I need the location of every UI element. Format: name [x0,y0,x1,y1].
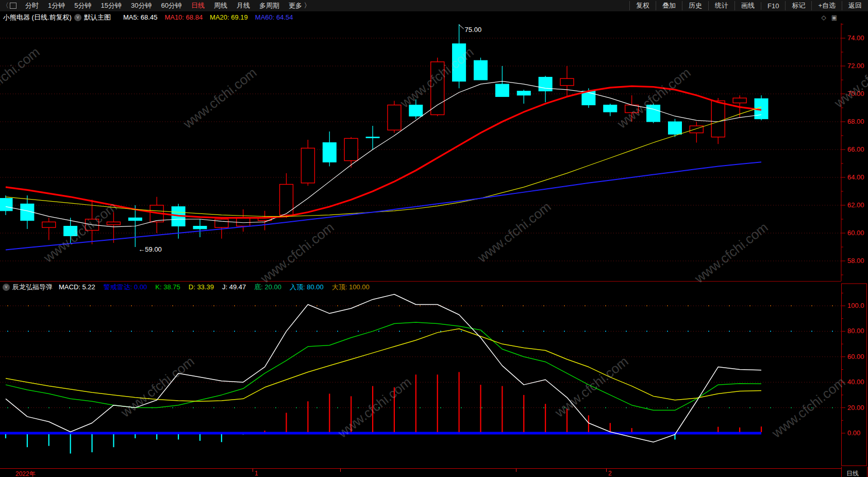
panel-layout-icon[interactable]: ▣ [831,14,837,21]
price-axis-label: 62.00 [847,201,864,209]
indicator-value-1: 警戒雷达: 0.00 [104,283,147,291]
indicator-axis-label: 60.00 [847,353,864,360]
ma-value-2: MA20: 69.19 [210,13,248,21]
menubar: 〈 分时1分钟5分钟15分钟30分钟60分钟日线周线月线多周期更多 〉 复权叠加… [0,0,868,12]
price-axis-label: 58.00 [847,257,864,265]
axis-corner-line [841,467,842,477]
menu-item-1[interactable]: 1分钟 [43,1,70,10]
indicator-value-0: MACD: 5.22 [59,283,95,291]
indicator-value-2: K: 38.75 [155,283,180,291]
menu-item-9[interactable]: 多周期 [255,1,284,10]
time-tick [606,469,607,472]
indicator-header: ˅ 辰龙弘福导弹 MACD: 5.22警戒雷达: 0.00K: 38.75D: … [0,282,841,293]
toolbar-item-5[interactable]: F10 [761,2,785,10]
ma-value-3: MA60: 64.54 [255,13,293,21]
menu-item-2[interactable]: 5分钟 [70,1,96,10]
indicator-value-7: 大顶: 100.00 [332,283,370,291]
time-tick [516,469,516,472]
low-annotation: ←59.00 [138,245,162,253]
infobar: 小熊电器 (日线.前复权) ˅ 默认主图 MA5: 68.45MA10: 68.… [0,11,868,23]
indicator-axis-label: 40.00 [847,378,864,386]
menu-item-8[interactable]: 月线 [232,1,255,10]
toolbar-item-4[interactable]: 画线 [735,1,761,10]
time-axis-bar: 2022年 12 日线 [0,467,868,477]
menu-item-5[interactable]: 60分钟 [156,1,186,10]
price-axis-label: 60.00 [847,229,864,237]
toolbar-menu: 复权叠加历史统计画线F10标记+自选返回 [629,0,868,11]
indicator-value-4: J: 49.47 [222,283,246,291]
menu-item-3[interactable]: 15分钟 [96,1,126,10]
price-axis-label: 64.00 [847,173,864,181]
toolbar-item-3[interactable]: 统计 [708,1,735,10]
indicator-axis-label: 100.0 [847,302,864,309]
time-tick [340,469,341,472]
menu-item-4[interactable]: 30分钟 [126,1,156,10]
price-axis-label: 74.00 [847,34,864,42]
indicator-axis-label: 20.00 [847,404,864,412]
menu-item-0[interactable]: 分时 [21,1,43,10]
main-chart-selector[interactable]: 默认主图 [84,13,111,22]
period-menu: 分时1分钟5分钟15分钟30分钟60分钟日线周线月线多周期更多 〉 [21,1,315,10]
toolbar-item-0[interactable]: 复权 [629,1,656,10]
toolbar-item-7[interactable]: +自选 [811,1,842,10]
stock-title[interactable]: 小熊电器 (日线.前复权) [3,13,72,22]
time-tick-label: 2 [608,470,612,477]
chevron-down-icon[interactable]: ˅ [74,14,81,21]
indicator-value-3: D: 33.39 [189,283,214,291]
collapse-panel-icon[interactable]: 〈 [2,1,16,10]
year-label: 2022年 [15,470,36,477]
time-tick [253,469,253,472]
ma-value-0: MA5: 68.45 [123,13,158,21]
time-axis-line [0,468,841,469]
chevron-down-icon[interactable]: ˅ [3,284,10,291]
price-axis-label: 72.00 [847,62,864,70]
indicator-value-5: 底: 20.00 [254,283,281,291]
indicator-chart[interactable]: 100.080.0060.0040.0020.000.00 [0,283,868,467]
indicator-value-6: 入顶: 80.00 [290,283,324,291]
indicator-values: MACD: 5.22警戒雷达: 0.00K: 38.75D: 33.39J: 4… [59,283,378,292]
menu-item-6[interactable]: 日线 [187,1,209,10]
indicator-axis-label: 0.00 [847,429,860,437]
menu-item-10[interactable]: 更多 〉 [284,1,315,10]
toolbar-item-6[interactable]: 标记 [785,1,811,10]
ma-value-1: MA10: 68.84 [164,13,203,21]
diamond-icon[interactable]: ◇ [821,14,826,21]
toolbar-item-8[interactable]: 返回 [842,1,868,10]
main-candlestick-chart[interactable]: 74.0072.0070.0068.0066.0064.0062.0060.00… [0,23,868,281]
toolbar-item-1[interactable]: 叠加 [656,1,682,10]
indicator-name[interactable]: 辰龙弘福导弹 [12,283,53,292]
menu-item-7[interactable]: 周线 [209,1,232,10]
period-label: 日线 [846,469,859,477]
price-axis-label: 70.00 [847,90,864,97]
toolbar-item-2[interactable]: 历史 [682,1,708,10]
time-tick-label: 1 [255,470,258,477]
axis-corner-line [867,467,867,477]
price-axis-label: 68.00 [847,118,864,125]
high-annotation: 75.00 [465,26,482,34]
price-axis-label: 66.00 [847,145,864,153]
indicator-axis-label: 80.00 [847,327,864,335]
ma-values: MA5: 68.45MA10: 68.84MA20: 69.19MA60: 64… [116,13,293,21]
